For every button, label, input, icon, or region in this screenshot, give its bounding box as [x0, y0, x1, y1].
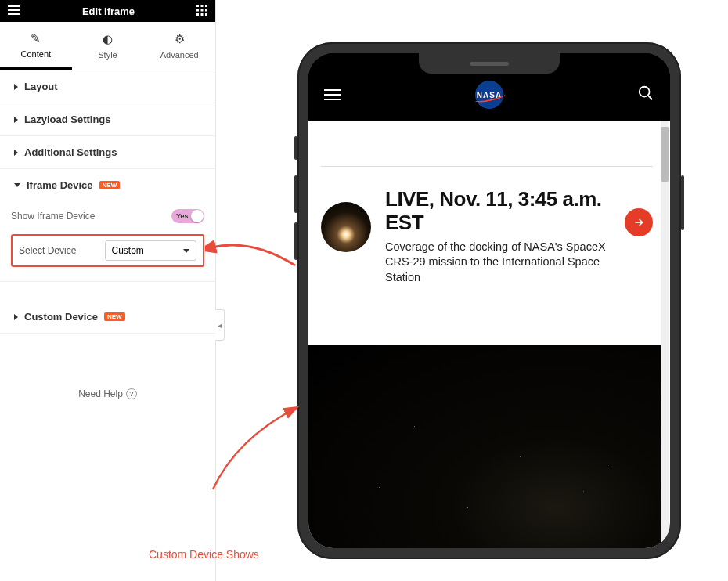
section-lazyload[interactable]: Lazyload Settings — [0, 103, 215, 136]
contrast-icon: ◐ — [103, 32, 113, 46]
section-custom-device[interactable]: Custom Device NEW — [0, 301, 215, 334]
scrollbar-thumb[interactable] — [661, 127, 669, 182]
tab-label: Content — [21, 49, 52, 59]
panel-header: Edit Iframe — [0, 0, 215, 22]
device-side-button — [294, 175, 297, 213]
caret-right-icon — [14, 150, 18, 156]
tab-label: Style — [98, 50, 117, 60]
nasa-logo[interactable]: NASA — [471, 79, 507, 110]
collapse-panel-handle[interactable]: ◂ — [215, 309, 225, 341]
annotation-arrow — [205, 399, 307, 493]
annotation-arrow — [205, 230, 299, 269]
hamburger-icon[interactable] — [324, 86, 341, 103]
section-title: Layout — [24, 81, 58, 92]
svg-rect-8 — [205, 13, 207, 16]
tab-label: Advanced — [160, 50, 199, 60]
device-side-button — [681, 175, 684, 230]
device-frame: NASA LIVE, Nov. 11, 3:45 a.m. EST Covera… — [297, 42, 681, 559]
scrollbar-track[interactable] — [661, 121, 669, 548]
toggle-value: Yes — [176, 212, 189, 220]
tab-advanced[interactable]: ⚙ Advanced — [143, 22, 215, 70]
device-side-button — [294, 222, 297, 260]
show-iframe-device-row: Show Iframe Device Yes — [11, 209, 204, 223]
news-thumbnail[interactable] — [321, 202, 371, 252]
preview-hero-image — [308, 345, 661, 548]
caret-right-icon — [14, 117, 18, 123]
svg-rect-3 — [196, 9, 199, 11]
need-help-link[interactable]: Need Help ? — [0, 388, 215, 399]
news-card: LIVE, Nov. 11, 3:45 a.m. EST Coverage of… — [321, 188, 653, 285]
section-iframe-device-head[interactable]: Iframe Device NEW — [0, 169, 215, 201]
device-notch — [419, 53, 560, 74]
badge-new: NEW — [104, 312, 125, 321]
tab-content[interactable]: ✎ Content — [0, 22, 72, 70]
svg-rect-0 — [196, 5, 199, 7]
section-layout[interactable]: Layout — [0, 70, 215, 103]
tab-style[interactable]: ◐ Style — [72, 22, 144, 70]
search-icon[interactable] — [637, 85, 654, 105]
svg-rect-4 — [201, 9, 204, 11]
device-side-button — [294, 136, 297, 160]
control-label: Show Iframe Device — [11, 211, 95, 222]
svg-rect-5 — [205, 9, 207, 11]
select-device-row: Select Device Custom — [11, 234, 204, 267]
show-iframe-device-toggle[interactable]: Yes — [171, 209, 204, 223]
section-title: Iframe Device — [27, 179, 93, 191]
section-iframe-device: Iframe Device NEW Show Iframe Device Yes… — [0, 169, 215, 282]
panel-tabs: ✎ Content ◐ Style ⚙ Advanced — [0, 22, 215, 70]
news-description: Coverage of the docking of NASA's SpaceX… — [385, 240, 611, 286]
svg-rect-6 — [196, 13, 199, 16]
svg-rect-2 — [205, 5, 207, 7]
svg-rect-7 — [201, 13, 204, 16]
caret-down-icon — [14, 183, 20, 187]
section-title: Lazyload Settings — [24, 114, 111, 125]
apps-icon[interactable] — [196, 5, 207, 18]
select-value: Custom — [112, 245, 144, 256]
control-label: Select Device — [19, 245, 97, 256]
chevron-down-icon — [183, 249, 189, 253]
section-additional[interactable]: Additional Settings — [0, 136, 215, 169]
help-icon: ? — [126, 388, 137, 399]
caret-right-icon — [14, 84, 18, 90]
menu-icon[interactable] — [8, 5, 20, 17]
svg-point-9 — [640, 87, 650, 97]
panel-title: Edit Iframe — [82, 5, 135, 17]
news-next-button[interactable] — [625, 208, 653, 236]
preview-content: LIVE, Nov. 11, 3:45 a.m. EST Coverage of… — [308, 121, 670, 548]
caret-right-icon — [14, 314, 18, 320]
toggle-knob — [191, 210, 204, 222]
help-label: Need Help — [78, 388, 123, 399]
news-title: LIVE, Nov. 11, 3:45 a.m. EST — [385, 188, 611, 235]
badge-new: NEW — [99, 181, 121, 189]
divider — [321, 166, 653, 167]
gear-icon: ⚙ — [175, 32, 185, 46]
svg-line-10 — [648, 96, 653, 100]
section-title: Custom Device — [24, 311, 98, 323]
svg-rect-1 — [201, 5, 204, 7]
device-screen: NASA LIVE, Nov. 11, 3:45 a.m. EST Covera… — [308, 53, 670, 548]
editor-panel: Edit Iframe ✎ Content ◐ Style ⚙ Advanced… — [0, 0, 216, 581]
select-device-dropdown[interactable]: Custom — [105, 240, 197, 261]
pencil-icon: ✎ — [31, 31, 41, 45]
annotation-label: Custom Device Shows — [149, 548, 259, 561]
section-title: Additional Settings — [24, 146, 117, 158]
